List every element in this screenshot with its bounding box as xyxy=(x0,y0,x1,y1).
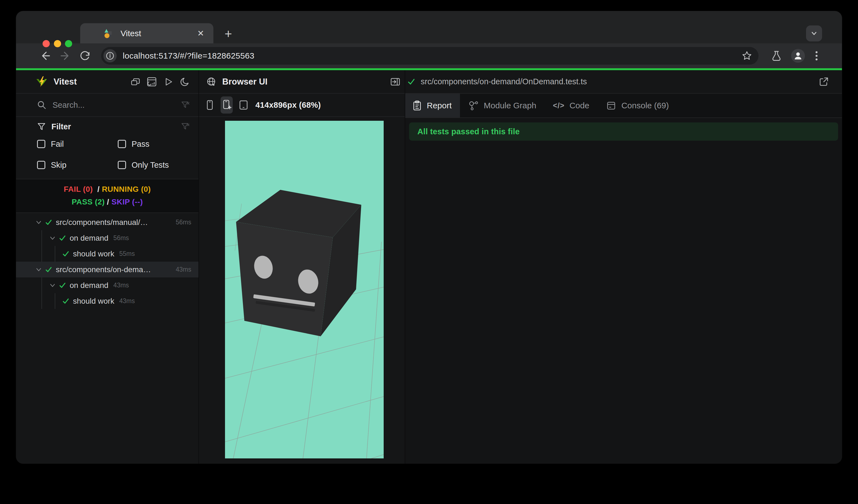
browser-tab-vitest[interactable]: Vitest ✕ xyxy=(80,23,213,43)
reload-icon xyxy=(79,50,91,62)
run-all-button[interactable] xyxy=(163,77,174,87)
indent-guide xyxy=(55,293,55,309)
new-tab-button[interactable]: + xyxy=(221,27,236,41)
skip-count: SKIP (--) xyxy=(111,198,143,206)
checkbox-icon xyxy=(118,161,126,169)
chevron-down-icon[interactable] xyxy=(34,266,44,273)
bookmark-star-icon[interactable] xyxy=(741,50,752,61)
report-tab-bar: Report Module Graph xyxy=(405,94,842,118)
phone-plus-icon xyxy=(222,99,232,111)
site-info-button[interactable] xyxy=(104,49,117,63)
tablet-icon xyxy=(238,99,249,111)
dock-panel-right-button[interactable] xyxy=(390,76,401,87)
profile-avatar[interactable] xyxy=(791,49,805,63)
phone-icon xyxy=(205,99,214,111)
test-file-path: src/components/on-demand/OnDemand.test.t… xyxy=(421,77,818,86)
indent-guide xyxy=(42,277,42,293)
summary-line-1: FAIL (0) / RUNNING (0) xyxy=(16,183,198,196)
pass-check-icon xyxy=(58,281,67,289)
address-bar[interactable] xyxy=(101,47,759,65)
window-minimize-button[interactable] xyxy=(54,40,61,47)
dashboard-icon xyxy=(146,77,157,87)
test-case-row[interactable]: should work 43ms xyxy=(16,293,198,309)
browser-ui-panel: Browser UI xyxy=(199,70,405,464)
browser-ui-title: Browser UI xyxy=(222,77,390,87)
device-phone-plus-button[interactable] xyxy=(221,96,233,114)
clear-search-filter-icon[interactable] xyxy=(181,100,190,110)
tab-close-icon[interactable]: ✕ xyxy=(195,28,206,39)
code-icon: </> xyxy=(553,101,565,110)
filter-checkbox-skip[interactable]: Skip xyxy=(37,158,118,172)
pass-check-icon xyxy=(61,250,71,258)
search-input[interactable] xyxy=(52,101,181,110)
clear-filters-icon[interactable] xyxy=(181,122,190,131)
report-header: src/components/on-demand/OnDemand.test.t… xyxy=(405,70,842,94)
duration-badge: 43ms xyxy=(119,297,134,305)
filter-checkbox-only-tests[interactable]: Only Tests xyxy=(118,158,190,172)
collapse-windows-button[interactable] xyxy=(130,77,140,87)
search-bar xyxy=(16,94,198,117)
tab-console[interactable]: Console (69) xyxy=(598,94,677,117)
test-suite-row[interactable]: on demand 43ms xyxy=(16,277,198,293)
checkbox-icon xyxy=(37,161,45,169)
reload-button[interactable] xyxy=(79,50,91,62)
vitest-logo-icon xyxy=(35,76,48,88)
experiments-flask-icon[interactable] xyxy=(770,50,782,62)
duration-badge: 43ms xyxy=(113,281,129,289)
pass-check-icon xyxy=(44,266,54,274)
report-panel: src/components/on-demand/OnDemand.test.t… xyxy=(405,70,842,464)
test-file-row[interactable]: src/components/manual/… 56ms xyxy=(16,214,198,230)
pass-count: PASS (2) xyxy=(72,198,105,206)
dashboard-button[interactable] xyxy=(146,77,157,87)
indent-guide xyxy=(42,246,42,262)
chevron-down-icon xyxy=(810,29,818,37)
indent-guide xyxy=(42,293,42,309)
test-file-row-selected[interactable]: src/components/on-dema… 43ms xyxy=(16,262,198,277)
chevron-down-icon[interactable] xyxy=(48,234,58,242)
tab-title: Vitest xyxy=(121,29,195,38)
filter-checkbox-pass[interactable]: Pass xyxy=(118,137,190,151)
tested-app-viewport[interactable] xyxy=(225,121,384,458)
pass-check-icon xyxy=(61,297,71,305)
moon-icon xyxy=(180,77,190,87)
window-zoom-button[interactable] xyxy=(65,40,72,47)
open-external-button[interactable] xyxy=(818,76,829,87)
globe-icon xyxy=(206,77,216,87)
info-icon xyxy=(106,52,114,60)
chevron-down-icon[interactable] xyxy=(48,282,58,289)
back-button[interactable] xyxy=(39,50,51,62)
device-phone-small-button[interactable] xyxy=(205,99,214,111)
toolbar-actions xyxy=(770,49,818,63)
menu-dots-icon[interactable] xyxy=(815,50,818,62)
pass-check-icon xyxy=(407,77,416,86)
tab-search-button[interactable] xyxy=(806,26,822,42)
console-icon xyxy=(606,100,616,111)
sidebar-title: Vitest xyxy=(54,77,124,87)
browser-ui-header: Browser UI xyxy=(199,70,405,94)
device-tablet-button[interactable] xyxy=(238,99,249,111)
test-summary: FAIL (0) / RUNNING (0) PASS (2) / SKIP (… xyxy=(16,179,198,213)
window-close-button[interactable] xyxy=(43,40,50,47)
tab-module-graph[interactable]: Module Graph xyxy=(460,94,544,117)
panel-right-icon xyxy=(390,76,401,87)
test-case-row[interactable]: should work 55ms xyxy=(16,246,198,262)
chevron-down-icon[interactable] xyxy=(34,219,44,226)
forward-button[interactable] xyxy=(59,50,71,62)
filter-checkbox-fail[interactable]: Fail xyxy=(37,137,118,151)
sidebar-header: Vitest xyxy=(16,70,198,94)
browser-viewport-area xyxy=(199,117,405,464)
person-icon xyxy=(793,51,803,61)
module-graph-icon xyxy=(468,100,479,111)
running-count: RUNNING (0) xyxy=(102,185,151,193)
report-content: All tests passed in this file xyxy=(405,118,842,464)
checkbox-icon xyxy=(37,140,45,148)
vitest-ui: Vitest xyxy=(16,70,842,464)
browser-toolbar xyxy=(16,43,842,68)
tab-code[interactable]: </> Code xyxy=(544,94,598,117)
viewport-size-label: 414x896px (68%) xyxy=(255,101,321,110)
url-input[interactable] xyxy=(123,51,741,61)
tab-report[interactable]: Report xyxy=(405,94,460,117)
filter-options: Fail Pass Skip Only Tests xyxy=(37,137,190,172)
theme-toggle-button[interactable] xyxy=(180,77,190,87)
test-suite-row[interactable]: on demand 56ms xyxy=(16,230,198,246)
